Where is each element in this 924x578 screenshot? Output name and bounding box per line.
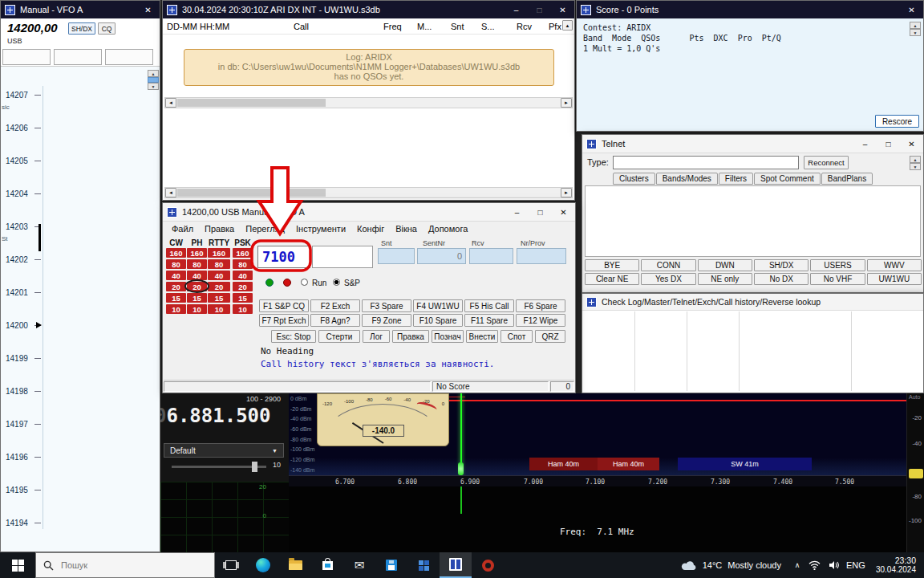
wipe-button[interactable]: Стерти [318, 330, 360, 343]
score-spinner[interactable]: ▲ ▼ [910, 22, 921, 36]
mark-button[interactable]: Познач [432, 330, 464, 343]
band-button[interactable]: 40 [208, 271, 230, 280]
bandmap-frequency[interactable]: 14200 [6, 321, 28, 330]
band-button[interactable]: 10 [166, 304, 186, 314]
telnet-type-input[interactable] [613, 156, 799, 169]
band-segment-ham40m-a[interactable]: Ham 40m [529, 458, 598, 470]
log-col-header[interactable]: M... [417, 22, 451, 31]
band-button[interactable]: 20 [233, 282, 253, 291]
shdx-button[interactable]: SH/DX [754, 259, 808, 271]
log-titlebar[interactable]: 30.04.2024 20:30:10Z ARI DX INT - UW1WU.… [163, 1, 574, 18]
score-titlebar[interactable]: Score - 0 Points ✕ [577, 1, 923, 18]
band-button[interactable]: 10 [208, 304, 230, 314]
band-button[interactable]: 160 [208, 248, 230, 258]
level-slider-handle[interactable] [909, 469, 923, 478]
n1mm-taskbar-button[interactable] [440, 552, 472, 578]
run-radio-label[interactable]: Run [312, 279, 326, 287]
scrollbar-thumb[interactable] [177, 189, 326, 197]
scroll-left-icon[interactable]: ◄ [165, 98, 176, 108]
tab-bandplans[interactable]: BandPlans [821, 173, 873, 185]
maximize-icon[interactable]: □ [877, 135, 900, 153]
uw1wu-button[interactable]: UW1WU [867, 273, 922, 285]
tab-filters[interactable]: Filters [719, 173, 753, 185]
spinner-up-icon[interactable]: ▲ [910, 22, 921, 29]
frequency-scale[interactable]: 6.700 6.800 6.900 7.000 7.100 7.200 7.30… [289, 475, 906, 486]
log-col-header[interactable]: Rcv [517, 22, 549, 31]
fkey-f7[interactable]: F7 Rpt Exch [259, 314, 309, 327]
taskbar-search[interactable] [35, 552, 215, 578]
band-button[interactable]: 15 [187, 293, 207, 303]
telnet-spinner[interactable]: ▲ ▼ [910, 156, 921, 170]
level-scale[interactable]: Auto -20 -40 -80 -100 [906, 393, 924, 552]
fkey-f10[interactable]: F10 Spare [413, 314, 463, 327]
spot-button[interactable]: Спот [500, 330, 533, 343]
bandmap-frequency[interactable]: 14197 [6, 420, 28, 429]
log-col-header[interactable]: DD-MM HH:MM [163, 22, 294, 31]
sdr-frequency-display[interactable]: 06.881.500 [160, 405, 271, 427]
clock[interactable]: 23:30 30.04.2024 [868, 552, 924, 578]
zoom-down-icon[interactable]: ▼ [148, 83, 159, 90]
bandmap-frequency[interactable]: 14204 [6, 189, 28, 198]
fkey-f5[interactable]: F5 His Call [464, 299, 514, 312]
wwv-button[interactable]: WWV [867, 259, 922, 271]
volume-button[interactable] [825, 552, 844, 578]
scroll-right-icon[interactable]: ► [561, 188, 572, 197]
menu-edit[interactable]: Правка [199, 224, 240, 234]
bandmap-frequency[interactable]: 14207 [6, 91, 28, 100]
reconnect-button[interactable]: Reconnect [804, 156, 849, 169]
sentnr-field[interactable]: 0 [417, 248, 466, 264]
bye-button[interactable]: BYE [585, 259, 639, 271]
volume-slider[interactable] [172, 466, 266, 468]
store-button[interactable]: Внести [466, 330, 498, 343]
bandmap-frequency[interactable]: 14198 [6, 387, 28, 396]
language-indicator[interactable]: ENG [844, 552, 868, 578]
sp-radio[interactable] [333, 279, 340, 286]
scroll-right-icon[interactable]: ► [561, 98, 572, 108]
telnet-output-area[interactable] [585, 185, 921, 257]
log-col-header[interactable]: S... [481, 22, 517, 31]
fkey-f1[interactable]: F1 S&P CQ [259, 299, 309, 312]
menu-view[interactable]: Перегляд [240, 224, 290, 234]
fkey-f4[interactable]: F4 UW1WU [413, 299, 463, 312]
search-input[interactable] [59, 560, 191, 571]
band-button[interactable]: 20 [208, 282, 230, 291]
bandmap-frequency[interactable]: 14196 [6, 453, 28, 462]
no-vhf-button[interactable]: No VHF [810, 273, 865, 285]
start-button[interactable] [0, 552, 35, 578]
rcv-field[interactable] [469, 248, 513, 264]
maximize-icon[interactable]: □ [529, 203, 552, 221]
band-button[interactable]: 15 [208, 293, 230, 303]
tab-clusters[interactable]: Clusters [613, 173, 655, 185]
band-button[interactable]: 80 [208, 259, 230, 269]
log-button[interactable]: Лог [363, 330, 390, 343]
weather-widget[interactable]: 14°C Mostly cloudy [673, 552, 789, 578]
vfo-memory-box[interactable] [105, 49, 153, 65]
tab-bands-modes[interactable]: Bands/Modes [656, 173, 718, 185]
minimize-icon[interactable]: – [505, 1, 528, 18]
exchange-input[interactable] [312, 246, 373, 268]
zoom-thumb[interactable] [148, 77, 159, 83]
close-icon[interactable]: ✕ [551, 1, 574, 18]
scroll-left-icon[interactable]: ◄ [165, 188, 176, 197]
band-button[interactable]: 10 [233, 304, 253, 314]
bandmap-zoom-control[interactable]: ▲ ▼ [148, 70, 159, 90]
close-icon[interactable]: ✕ [900, 135, 923, 153]
sp-radio-label[interactable]: S&P [344, 279, 360, 287]
close-icon[interactable]: ✕ [900, 1, 923, 18]
band-button[interactable]: 10 [187, 304, 207, 314]
log-col-header[interactable]: Freq [383, 22, 417, 31]
shdx-button[interactable]: SH/DX [68, 22, 95, 35]
bandmap-frequency[interactable]: 14203 [6, 222, 28, 231]
menu-tools[interactable]: Інструменти [290, 224, 351, 234]
vfo-titlebar[interactable]: Manual - VFO A ✕ [1, 1, 160, 18]
no-dx-button[interactable]: No DX [754, 273, 808, 285]
cq-button[interactable]: CQ [98, 22, 116, 35]
vfo-memory-box[interactable] [2, 49, 51, 65]
floppy-app-button[interactable] [375, 552, 407, 578]
dwn-button[interactable]: DWN [698, 259, 752, 271]
band-button[interactable]: 160 [166, 248, 186, 258]
vfo-memory-box[interactable] [54, 49, 102, 65]
fkey-f6[interactable]: F6 Spare [516, 299, 565, 312]
spinner-down-icon[interactable]: ▼ [910, 163, 921, 170]
band-button[interactable]: 40 [166, 271, 186, 280]
